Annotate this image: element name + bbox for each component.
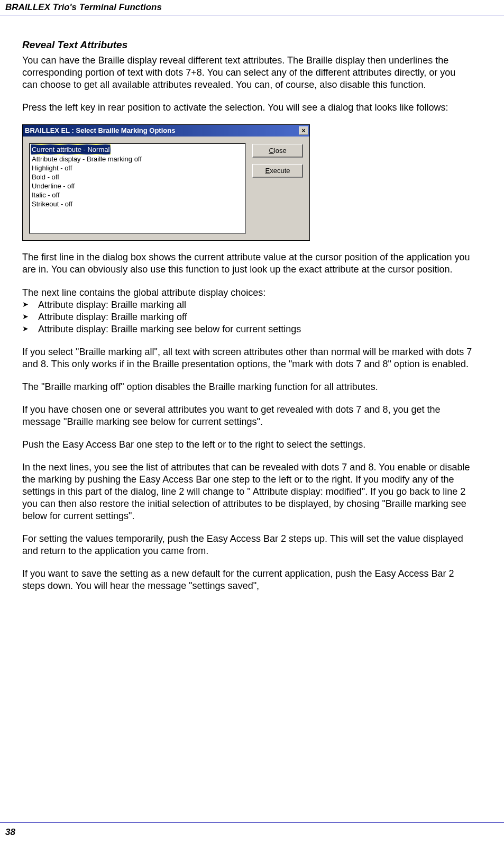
dialog-button-column: Close Execute	[252, 143, 303, 234]
list-item[interactable]: Italic - off	[31, 190, 244, 199]
paragraph: The first line in the dialog box shows t…	[22, 251, 472, 276]
paragraph: You can have the Braille display reveal …	[22, 54, 472, 91]
paragraph: If you want to save the setting as a new…	[22, 568, 472, 592]
button-label-rest: lose	[274, 147, 287, 155]
list-item[interactable]: Bold - off	[31, 172, 244, 181]
footer-divider	[0, 822, 504, 823]
paragraph: If you have chosen one or several attrib…	[22, 404, 472, 428]
header-title: BRAILLEX Trio's Terminal Functions	[5, 2, 162, 12]
dialog-body: Current attribute - Normal Attribute dis…	[23, 137, 309, 240]
list-item[interactable]: Highlight - off	[31, 163, 244, 172]
dialog-window: BRAILLEX EL : Select Braille Marking Opt…	[22, 124, 310, 241]
paragraph: If you select "Braille marking all", all…	[22, 346, 472, 370]
section-title: Reveal Text Attributes	[22, 39, 472, 51]
bullet-list: Attribute display: Braille marking all A…	[22, 299, 472, 335]
page: BRAILLEX Trio's Terminal Functions Revea…	[0, 0, 504, 845]
paragraph: The next line contains the global attrib…	[22, 287, 472, 299]
list-item[interactable]: Strikeout - off	[31, 199, 244, 208]
page-number: 38	[5, 827, 15, 838]
paragraph: For setting the values temporarily, push…	[22, 533, 472, 557]
execute-button[interactable]: Execute	[252, 164, 303, 178]
paragraph: Press the left key in rear position to a…	[22, 102, 472, 114]
paragraph: Push the Easy Access Bar one step to the…	[22, 439, 472, 451]
content-area: Reveal Text Attributes You can have the …	[0, 15, 504, 592]
button-accel: C	[269, 147, 273, 155]
close-icon-glyph: ×	[301, 128, 305, 134]
close-button[interactable]: Close	[252, 144, 303, 158]
list-item: Attribute display: Braille marking all	[22, 299, 472, 311]
list-item: Attribute display: Braille marking see b…	[22, 323, 472, 335]
paragraph: The "Braille marking off" option disable…	[22, 381, 472, 393]
list-item[interactable]: Attribute display - Braille marking off	[31, 155, 244, 163]
button-accel: E	[265, 167, 270, 175]
dialog-screenshot: BRAILLEX EL : Select Braille Marking Opt…	[22, 124, 472, 241]
close-icon[interactable]: ×	[299, 126, 308, 135]
list-item[interactable]: Underline - off	[31, 181, 244, 190]
paragraph: In the next lines, you see the list of a…	[22, 461, 472, 522]
dialog-title: BRAILLEX EL : Select Braille Marking Opt…	[25, 126, 175, 135]
dialog-titlebar: BRAILLEX EL : Select Braille Marking Opt…	[23, 125, 309, 137]
list-item: Attribute display: Braille marking off	[22, 311, 472, 323]
button-label-rest: xecute	[270, 167, 290, 175]
page-header: BRAILLEX Trio's Terminal Functions	[0, 0, 504, 15]
list-item[interactable]: Current attribute - Normal	[31, 144, 111, 155]
options-listbox[interactable]: Current attribute - Normal Attribute dis…	[29, 143, 246, 234]
